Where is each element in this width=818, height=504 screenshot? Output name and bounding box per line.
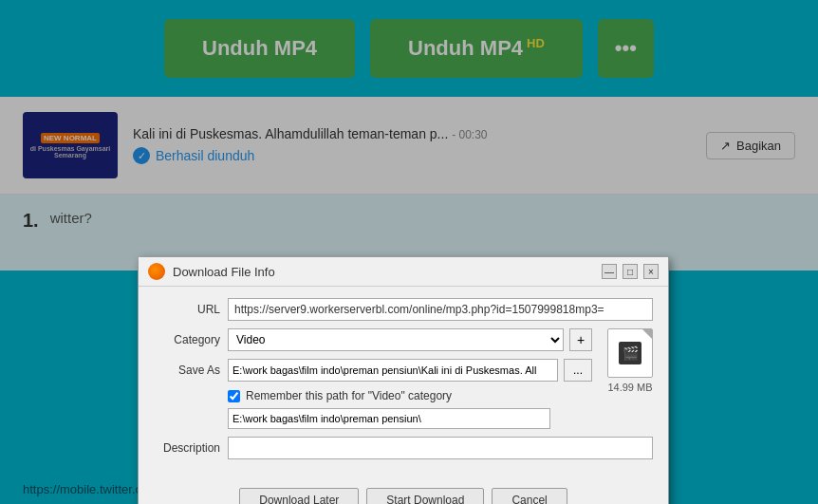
close-button[interactable]: × [643, 264, 659, 279]
remember-checkbox[interactable] [228, 390, 240, 402]
category-label: Category [154, 333, 220, 346]
url-label: URL [154, 303, 220, 316]
save-as-label: Save As [154, 364, 220, 377]
modal-app-icon [148, 263, 165, 280]
file-size: 14.99 MB [607, 382, 652, 393]
modal-overlay: Download File Info — □ × URL Category [0, 0, 818, 504]
add-category-button[interactable]: + [569, 328, 592, 351]
modal-title: Download File Info [173, 265, 594, 279]
modal-footer: Download Later Start Download Cancel [139, 480, 668, 504]
download-later-button[interactable]: Download Later [239, 488, 359, 504]
save-as-row: Save As ... [154, 359, 592, 382]
category-row: Category Video + [154, 328, 592, 351]
save-as-input[interactable] [228, 359, 558, 382]
modal-titlebar: Download File Info — □ × [139, 257, 668, 287]
url-input[interactable] [228, 298, 653, 321]
path-input[interactable] [228, 408, 550, 429]
path-row [228, 408, 592, 429]
file-icon: 🎬 [607, 328, 653, 378]
download-file-info-modal: Download File Info — □ × URL Category [138, 256, 669, 504]
description-input[interactable] [228, 437, 653, 459]
save-as-control: ... [228, 359, 592, 382]
browse-button[interactable]: ... [564, 359, 592, 382]
remember-label: Remember this path for "Video" category [246, 389, 452, 402]
file-corner [642, 329, 652, 339]
desc-label: Description [154, 441, 220, 455]
minimize-button[interactable]: — [602, 264, 617, 279]
category-select[interactable]: Video [228, 328, 564, 351]
description-row: Description [154, 437, 653, 459]
maximize-button[interactable]: □ [623, 264, 638, 279]
modal-body: URL Category Video + [139, 287, 668, 480]
url-row: URL [154, 298, 653, 321]
start-download-button[interactable]: Start Download [366, 488, 484, 504]
film-icon: 🎬 [619, 342, 641, 364]
cancel-button[interactable]: Cancel [492, 488, 567, 504]
file-preview: 🎬 14.99 MB [607, 328, 653, 393]
category-control: Video + [228, 328, 592, 351]
remember-checkbox-row: Remember this path for "Video" category [228, 389, 592, 402]
modal-controls: — □ × [602, 264, 659, 279]
